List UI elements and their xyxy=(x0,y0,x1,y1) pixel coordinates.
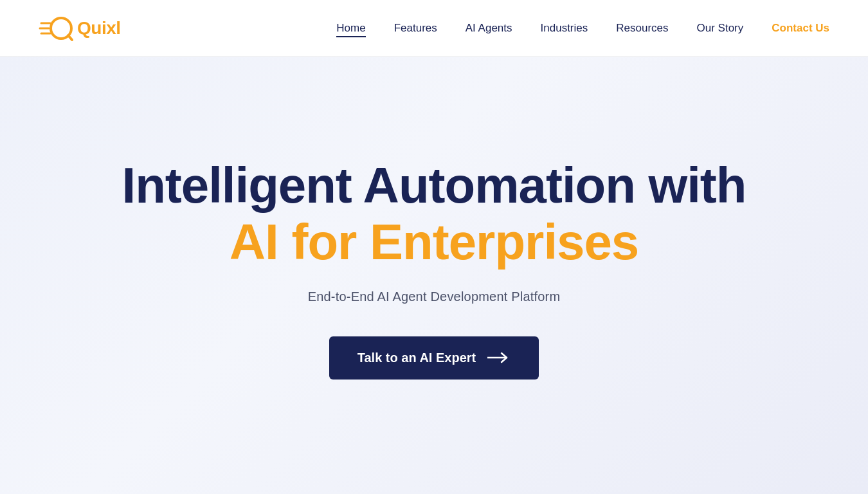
nav-link-contact-us[interactable]: Contact Us xyxy=(772,19,829,37)
logo[interactable]: Quixl xyxy=(39,10,121,46)
nav-link-features[interactable]: Features xyxy=(394,19,437,37)
logo-icon xyxy=(39,10,75,46)
nav-link-home[interactable]: Home xyxy=(336,19,365,37)
nav-link-our-story[interactable]: Our Story xyxy=(697,19,744,37)
nav-link-industries[interactable]: Industries xyxy=(541,19,588,37)
cta-button[interactable]: Talk to an AI Expert xyxy=(329,336,539,380)
arrow-icon xyxy=(487,352,511,363)
nav-link-resources[interactable]: Resources xyxy=(616,19,668,37)
hero-subtitle: End-to-End AI Agent Development Platform xyxy=(308,289,561,304)
hero-title-line1: Intelligent Automation with xyxy=(122,158,746,214)
cta-label: Talk to an AI Expert xyxy=(357,351,476,365)
logo-text: Quixl xyxy=(77,18,121,39)
hero-title-line2: AI for Enterprises xyxy=(230,214,639,271)
main-nav: Home Features AI Agents Industries Resou… xyxy=(336,19,829,37)
header: Quixl Home Features AI Agents Industries… xyxy=(0,0,868,57)
svg-line-4 xyxy=(68,35,72,40)
hero-section: Intelligent Automation with AI for Enter… xyxy=(0,57,868,494)
nav-link-ai-agents[interactable]: AI Agents xyxy=(466,19,512,37)
